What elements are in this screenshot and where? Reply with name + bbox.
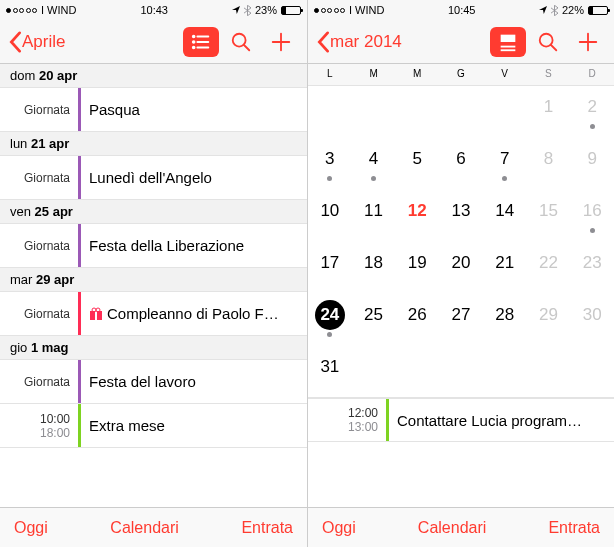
day-cell (395, 86, 439, 138)
inbox-button[interactable]: Entrata (241, 519, 293, 537)
weekday-label: V (483, 68, 527, 79)
day-cell[interactable]: 25 (352, 294, 396, 346)
day-cell[interactable]: 24 (308, 294, 352, 346)
event-row[interactable]: 10:0018:00Extra mese (0, 404, 307, 448)
location-icon (232, 6, 240, 14)
day-cell[interactable]: 6 (439, 138, 483, 190)
event-row[interactable]: GiornataFesta della Liberazione (0, 224, 307, 268)
day-cell (439, 346, 483, 398)
day-number: 12 (402, 196, 432, 226)
day-number: 17 (315, 248, 345, 278)
svg-line-7 (244, 44, 250, 50)
day-cell (395, 346, 439, 398)
day-cell[interactable]: 17 (308, 242, 352, 294)
day-cell[interactable]: 26 (395, 294, 439, 346)
calendars-button[interactable]: Calendari (110, 519, 178, 537)
event-row[interactable]: GiornataPasqua (0, 88, 307, 132)
day-cell (527, 346, 571, 398)
battery-pct: 22% (562, 4, 584, 16)
day-cell[interactable]: 18 (352, 242, 396, 294)
battery-pct: 23% (255, 4, 277, 16)
day-cell[interactable]: 14 (483, 190, 527, 242)
plus-icon (270, 31, 292, 53)
day-number: 23 (577, 248, 607, 278)
event-dot-icon (327, 332, 332, 337)
day-cell[interactable]: 15 (527, 190, 571, 242)
day-cell[interactable]: 4 (352, 138, 396, 190)
battery-icon (281, 6, 301, 15)
day-cell[interactable]: 21 (483, 242, 527, 294)
event-row[interactable]: GiornataCompleanno di Paolo F… (0, 292, 307, 336)
day-cell[interactable]: 19 (395, 242, 439, 294)
nav-bar: Aprile (0, 20, 307, 64)
day-cell[interactable]: 23 (570, 242, 614, 294)
add-button[interactable] (263, 27, 299, 57)
day-number: 5 (402, 144, 432, 174)
plus-icon (577, 31, 599, 53)
day-cell[interactable]: 7 (483, 138, 527, 190)
event-title: Festa della Liberazione (81, 224, 307, 267)
weekday-label: L (308, 68, 352, 79)
day-cell[interactable]: 30 (570, 294, 614, 346)
day-cell[interactable]: 1 (527, 86, 571, 138)
day-cell[interactable]: 5 (395, 138, 439, 190)
day-cell (352, 86, 396, 138)
svg-line-19 (551, 44, 557, 50)
back-button[interactable]: Aprile (8, 31, 65, 53)
day-cell[interactable]: 3 (308, 138, 352, 190)
battery-icon (588, 6, 608, 15)
day-header: dom 20 apr (0, 64, 307, 88)
day-number: 16 (577, 196, 607, 226)
day-cell[interactable]: 27 (439, 294, 483, 346)
day-cell[interactable]: 20 (439, 242, 483, 294)
day-cell (352, 346, 396, 398)
day-cell (439, 86, 483, 138)
phone-left: I WIND 10:43 23% Aprile (0, 0, 307, 547)
event-title: Compleanno di Paolo F… (81, 292, 307, 335)
event-time-end: 13:00 (348, 420, 378, 434)
day-cell (483, 346, 527, 398)
chevron-left-icon (8, 31, 22, 53)
back-button[interactable]: mar 2014 (316, 31, 402, 53)
weekday-label: M (395, 68, 439, 79)
day-number: 27 (446, 300, 476, 330)
day-cell (483, 86, 527, 138)
back-label: mar 2014 (330, 32, 402, 52)
search-button[interactable] (530, 27, 566, 57)
calendars-button[interactable]: Calendari (418, 519, 486, 537)
day-cell[interactable]: 31 (308, 346, 352, 398)
toolbar: Oggi Calendari Entrata (308, 507, 614, 547)
day-cell[interactable]: 28 (483, 294, 527, 346)
search-button[interactable] (223, 27, 259, 57)
day-cell[interactable]: 11 (352, 190, 396, 242)
add-button[interactable] (570, 27, 606, 57)
day-cell[interactable]: 10 (308, 190, 352, 242)
day-cell[interactable]: 29 (527, 294, 571, 346)
day-cell[interactable]: 2 (570, 86, 614, 138)
event-row[interactable]: GiornataLunedì dell'Angelo (0, 156, 307, 200)
event-row[interactable]: GiornataFesta del lavoro (0, 360, 307, 404)
location-icon (539, 6, 547, 14)
day-cell[interactable]: 16 (570, 190, 614, 242)
svg-point-5 (193, 46, 195, 48)
day-number: 4 (359, 144, 389, 174)
back-label: Aprile (22, 32, 65, 52)
day-number: 13 (446, 196, 476, 226)
day-cell[interactable]: 22 (527, 242, 571, 294)
selected-day-event[interactable]: 12:00 13:00 Contattare Lucia program… (308, 398, 614, 442)
weekday-header: LMMGVSD (308, 64, 614, 86)
day-cell[interactable]: 8 (527, 138, 571, 190)
toolbar: Oggi Calendari Entrata (0, 507, 307, 547)
day-toggle-button[interactable] (490, 27, 526, 57)
weekday-label: G (439, 68, 483, 79)
bluetooth-icon (551, 5, 558, 16)
inbox-button[interactable]: Entrata (548, 519, 600, 537)
day-cell[interactable]: 12 (395, 190, 439, 242)
today-button[interactable]: Oggi (322, 519, 356, 537)
today-button[interactable]: Oggi (14, 519, 48, 537)
event-list[interactable]: dom 20 aprGiornataPasqualun 21 aprGiorna… (0, 64, 307, 507)
day-view-icon (497, 31, 519, 53)
day-cell[interactable]: 13 (439, 190, 483, 242)
day-cell[interactable]: 9 (570, 138, 614, 190)
list-toggle-button[interactable] (183, 27, 219, 57)
